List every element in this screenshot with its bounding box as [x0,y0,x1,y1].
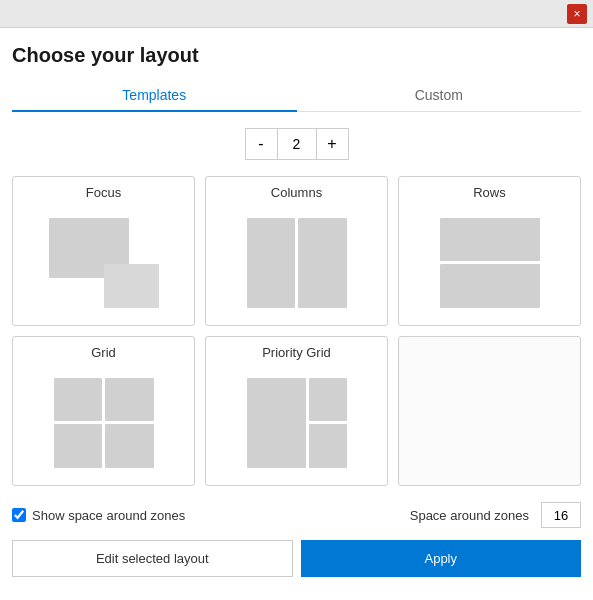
space-around-label: Space around zones [410,508,529,523]
show-space-checkbox[interactable] [12,508,26,522]
layout-grid-preview [21,368,186,477]
layout-card-priority-grid[interactable]: Priority Grid [205,336,388,486]
grid-preview-graphic [54,378,154,468]
layout-focus-preview [21,208,186,317]
col-pane-1 [247,218,296,308]
layout-columns-name: Columns [271,185,322,200]
grid-cell-4 [105,424,154,468]
counter-value: 2 [277,128,317,160]
bottom-options: Show space around zones Space around zon… [12,502,581,528]
layout-window: × Choose your layout Templates Custom - … [0,0,593,600]
title-bar: × [0,0,593,28]
row-pane-1 [440,218,540,262]
layout-columns-preview [214,208,379,317]
layout-rows-preview [407,208,572,317]
show-space-label[interactable]: Show space around zones [12,508,185,523]
show-space-text: Show space around zones [32,508,185,523]
close-button[interactable]: × [567,4,587,24]
columns-preview-graphic [247,218,347,308]
main-content: Choose your layout Templates Custom - 2 … [0,28,593,600]
layouts-bottom-row: Grid Priority Grid [12,336,581,486]
counter-plus-button[interactable]: + [317,128,349,160]
edit-layout-button[interactable]: Edit selected layout [12,540,293,577]
grid-cell-2 [105,378,154,422]
tabs-bar: Templates Custom [12,79,581,112]
page-title: Choose your layout [12,44,581,67]
empty-slot [398,336,581,486]
focus-preview-graphic [49,218,159,308]
tab-templates[interactable]: Templates [12,79,297,111]
grid-cell-1 [54,378,103,422]
priority-side-pane-1 [309,378,346,422]
layout-card-focus[interactable]: Focus [12,176,195,326]
apply-button[interactable]: Apply [301,540,582,577]
layout-card-columns[interactable]: Columns [205,176,388,326]
layout-priority-grid-preview [214,368,379,477]
layout-card-grid[interactable]: Grid [12,336,195,486]
layouts-top-row: Focus Columns [12,176,581,326]
row-pane-2 [440,264,540,308]
priority-main-pane [247,378,307,468]
layout-focus-name: Focus [86,185,121,200]
layout-rows-name: Rows [473,185,506,200]
layout-grid-name: Grid [91,345,116,360]
priority-grid-preview-graphic [247,378,347,468]
tab-custom[interactable]: Custom [297,79,582,111]
rows-preview-graphic [440,218,540,308]
zone-counter: - 2 + [12,128,581,160]
layout-card-rows[interactable]: Rows [398,176,581,326]
counter-minus-button[interactable]: - [245,128,277,160]
grid-cell-3 [54,424,103,468]
focus-secondary-pane [104,264,159,308]
action-buttons: Edit selected layout Apply [12,540,581,577]
priority-side-pane-2 [309,424,346,468]
col-pane-2 [298,218,347,308]
space-value-input[interactable] [541,502,581,528]
layout-priority-grid-name: Priority Grid [262,345,331,360]
